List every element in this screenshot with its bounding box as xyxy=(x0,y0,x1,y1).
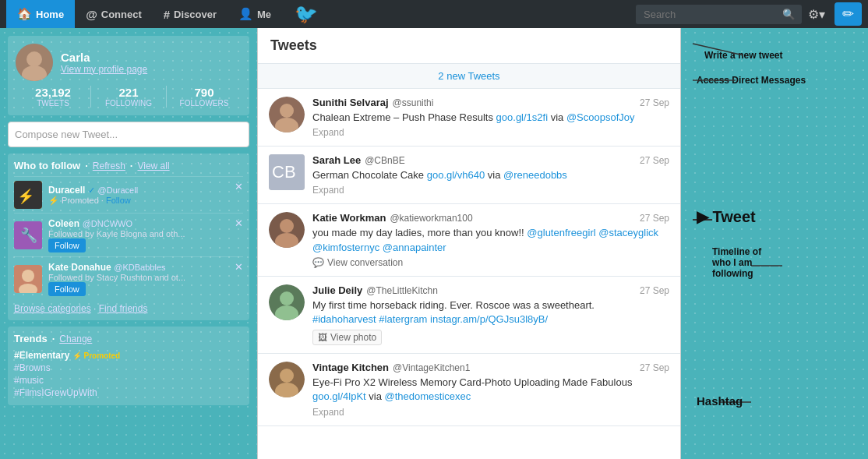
julie-tweet-text: My first time horseback riding. Ever. Ro… xyxy=(312,298,669,327)
close-coleen-button[interactable]: ✕ xyxy=(235,217,243,229)
profile-link[interactable]: View my profile page xyxy=(61,64,147,75)
follow-item-kate: Kate Donahue @KDBabbles Followed by Stac… xyxy=(14,256,243,300)
tweet-vintage: Vintage Kitchen @VintageKitchen1 27 Sep … xyxy=(258,354,680,425)
expand-sunithi[interactable]: Expand xyxy=(312,127,669,138)
tweet-link5[interactable]: goo.gl/4lpKt xyxy=(312,390,366,402)
sarah-tweet-body: Sarah Lee @CBnBE 27 Sep German Chocolate… xyxy=(312,154,669,196)
tweets-panel: Tweets 2 new Tweets Sunithi Selvaraj @ss… xyxy=(257,28,681,459)
expand-sarah[interactable]: Expand xyxy=(312,185,669,196)
tweets-stat[interactable]: 23,192 TWEETS xyxy=(16,86,91,108)
top-navigation: 🏠 Home @ Connect # Discover 👤 Me 🐦 🔍 ⚙▾ … xyxy=(0,0,868,28)
conversation-icon: 💬 xyxy=(312,257,324,268)
sunithi-tweet-body: Sunithi Selvaraj @ssunithi 27 Sep Chalea… xyxy=(312,97,669,138)
julie-tweet-header: Julie Deily @TheLittleKitchn 27 Sep xyxy=(312,284,669,296)
avatar xyxy=(16,44,53,81)
julie-tweet-body: Julie Deily @TheLittleKitchn 27 Sep My f… xyxy=(312,284,669,345)
tweet-link2[interactable]: goo.gl/vh640 xyxy=(427,169,485,181)
trends-header: Trends · Change xyxy=(14,333,243,344)
coleen-avatar: 🔧 xyxy=(14,221,42,249)
annotation-timeline: Timeline of who I am following xyxy=(712,246,782,279)
duracell-follow-btn[interactable]: Follow xyxy=(106,196,131,205)
separator: · xyxy=(85,160,88,171)
main-layout: Carla View my profile page 23,192 TWEETS… xyxy=(0,28,868,459)
tweet-link[interactable]: goo.gl/1s2fi xyxy=(496,111,549,123)
svg-point-1 xyxy=(26,51,42,67)
close-kate-button[interactable]: ✕ xyxy=(235,261,243,273)
nav-discover[interactable]: # Discover xyxy=(153,0,228,28)
kate-info: Kate Donahue @KDBabbles Followed by Stac… xyxy=(48,261,243,296)
tweet-mention5[interactable]: @thedomesticexec xyxy=(385,390,471,402)
svg-point-16 xyxy=(280,219,294,233)
annotation-direct-messages: Access Direct Messages xyxy=(697,75,806,86)
annotation-arrows xyxy=(689,36,860,451)
photo-icon: 🖼 xyxy=(318,332,327,343)
coleen-info: Coleen @DNCWWO Followed by Kayle Blogna … xyxy=(48,217,243,252)
tweet-sunithi: Sunithi Selvaraj @ssunithi 27 Sep Chalea… xyxy=(258,89,680,147)
right-annotation-panel: Write a new tweet Access Direct Messages… xyxy=(681,28,868,459)
tweet-mention2[interactable]: @reneedobbs xyxy=(503,169,567,181)
twitter-bird-logo: 🐦 xyxy=(295,3,318,25)
vintage-tweet-text: Eye-Fi Pro X2 Wireless Memory Card-Photo… xyxy=(312,376,669,404)
nav-home[interactable]: 🏠 Home xyxy=(6,0,75,28)
svg-point-22 xyxy=(280,369,294,383)
kate-avatar xyxy=(14,265,42,293)
following-stat[interactable]: 221 FOLLOWING xyxy=(91,86,167,108)
follow-item-duracell: ⚡ Duracell ✓ @Duracell ⚡ Promoted · Foll… xyxy=(14,176,243,213)
trends-section: Trends · Change #Elementary ⚡ Promoted #… xyxy=(8,327,249,405)
browse-categories-link[interactable]: Browse categories xyxy=(14,303,91,314)
home-icon: 🏠 xyxy=(17,7,32,21)
close-duracell-button[interactable]: ✕ xyxy=(235,181,243,192)
katie-avatar xyxy=(269,212,305,248)
sunithi-tweet-header: Sunithi Selvaraj @ssunithi 27 Sep xyxy=(312,97,669,108)
trend-films[interactable]: #FilmsIGrewUpWith xyxy=(14,387,243,399)
trend-music[interactable]: #music xyxy=(14,374,243,387)
connect-icon: @ xyxy=(86,8,97,21)
view-conversation-link[interactable]: 💬 View conversation xyxy=(312,257,669,268)
katie-tweet-text: you made my day ladies, more than you kn… xyxy=(312,226,669,254)
annotation-hashtag: Hashtag xyxy=(697,394,743,408)
duracell-info: Duracell ✓ @Duracell ⚡ Promoted · Follow xyxy=(48,184,243,206)
settings-button[interactable]: ⚙▾ xyxy=(802,7,831,22)
who-to-follow-section: Who to follow · Refresh · View all ⚡ Dur… xyxy=(8,154,249,320)
annotation-write-tweet: Write a new tweet xyxy=(704,50,782,61)
sarah-tweet-text: German Chocolate Cake goo.gl/vh640 via @… xyxy=(312,168,669,182)
find-friends-link[interactable]: Find friends xyxy=(99,303,148,314)
svg-text:CB: CB xyxy=(272,162,296,182)
katie-tweet-body: Katie Workman @katieworkman100 27 Sep yo… xyxy=(312,212,669,267)
search-bar: 🔍 xyxy=(636,5,802,24)
katie-tweet-header: Katie Workman @katieworkman100 27 Sep xyxy=(312,212,669,224)
new-tweets-banner[interactable]: 2 new Tweets xyxy=(258,64,680,89)
view-all-link[interactable]: View all xyxy=(137,161,169,171)
promoted-icon: ⚡ xyxy=(48,196,59,205)
who-to-follow-title: Who to follow xyxy=(14,160,80,171)
tweets-header: Tweets xyxy=(258,28,680,64)
tweet-mention[interactable]: @ScoopsofJoy xyxy=(566,111,635,123)
nav-discover-label: Discover xyxy=(174,9,217,20)
view-photo-button[interactable]: 🖼 View photo xyxy=(312,330,382,345)
search-button[interactable]: 🔍 xyxy=(776,5,802,24)
coleen-follow-btn[interactable]: Follow xyxy=(48,238,86,252)
browse-links: Browse categories · Find friends xyxy=(14,303,243,314)
nav-me[interactable]: 👤 Me xyxy=(228,0,282,28)
svg-point-11 xyxy=(280,104,294,118)
expand-vintage[interactable]: Expand xyxy=(312,407,669,418)
search-input[interactable] xyxy=(636,5,776,24)
followers-stat[interactable]: 790 FOLLOWERS xyxy=(167,86,242,108)
who-to-follow-header: Who to follow · Refresh · View all xyxy=(14,160,243,171)
separator2: · xyxy=(130,160,133,171)
refresh-link[interactable]: Refresh xyxy=(93,161,125,171)
nav-home-label: Home xyxy=(36,9,64,20)
profile-name: Carla xyxy=(61,51,147,64)
user-icon: 👤 xyxy=(238,7,253,21)
sarah-tweet-header: Sarah Lee @CBnBE 27 Sep xyxy=(312,154,669,166)
kate-follow-btn[interactable]: Follow xyxy=(48,282,86,296)
nav-connect[interactable]: @ Connect xyxy=(75,0,153,28)
svg-point-19 xyxy=(280,291,294,305)
trends-change-link[interactable]: Change xyxy=(59,334,92,344)
trend-browns[interactable]: #Browns xyxy=(14,362,243,374)
compose-tweet-box[interactable]: Compose new Tweet... xyxy=(8,122,249,147)
trend-elementary[interactable]: #Elementary ⚡ Promoted xyxy=(14,349,243,362)
duracell-name-row: Duracell ✓ @Duracell xyxy=(48,184,243,196)
compose-tweet-button[interactable]: ✏ xyxy=(834,2,862,26)
svg-text:🔧: 🔧 xyxy=(20,227,38,244)
